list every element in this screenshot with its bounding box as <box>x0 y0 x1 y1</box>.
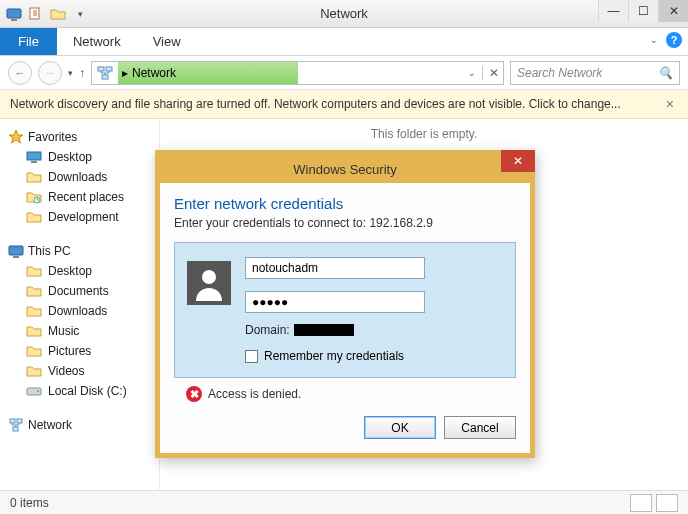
details-view-button[interactable] <box>630 494 652 512</box>
up-button[interactable]: ↑ <box>79 66 85 80</box>
sidebar-item-music[interactable]: Music <box>4 321 155 341</box>
folder-icon <box>26 209 42 225</box>
svg-rect-5 <box>102 75 108 79</box>
svg-point-13 <box>37 390 39 392</box>
ribbon-tabs: File Network View ⌄ ? <box>0 28 688 56</box>
close-window-button[interactable]: ✕ <box>658 0 688 22</box>
domain-redacted <box>294 324 354 336</box>
folder-icon <box>26 283 42 299</box>
help-icon[interactable]: ? <box>666 32 682 48</box>
svg-rect-14 <box>10 419 15 423</box>
address-location: Network <box>132 66 176 80</box>
folder-icon <box>26 169 42 185</box>
svg-rect-7 <box>27 152 41 160</box>
forward-button[interactable]: → <box>38 61 62 85</box>
folder-icon <box>26 363 42 379</box>
sidebar-item-downloads[interactable]: Downloads <box>4 167 155 187</box>
credentials-panel: Domain: Remember my credentials <box>174 242 516 378</box>
ok-button[interactable]: OK <box>364 416 436 439</box>
svg-rect-10 <box>9 246 23 255</box>
sidebar-network[interactable]: Network <box>4 415 155 435</box>
info-bar-close-icon[interactable]: × <box>662 96 678 112</box>
network-icon <box>8 417 24 433</box>
info-bar-text: Network discovery and file sharing are t… <box>10 97 621 111</box>
dialog-title-bar[interactable]: Windows Security ✕ <box>160 155 530 183</box>
checkbox-icon <box>245 350 258 363</box>
dialog-heading: Enter network credentials <box>174 195 516 212</box>
sidebar-thispc[interactable]: This PC <box>4 241 155 261</box>
drive-icon <box>26 383 42 399</box>
svg-rect-4 <box>106 67 112 71</box>
dialog-title: Windows Security <box>293 162 396 177</box>
status-bar: 0 items <box>0 490 688 514</box>
sidebar-item-development[interactable]: Development <box>4 207 155 227</box>
svg-rect-16 <box>13 427 18 431</box>
qat-dropdown-icon[interactable]: ▾ <box>70 4 90 24</box>
explorer-icon <box>4 4 24 24</box>
empty-folder-text: This folder is empty. <box>371 127 477 141</box>
sidebar-item-localdisk[interactable]: Local Disk (C:) <box>4 381 155 401</box>
sidebar-item-pictures[interactable]: Pictures <box>4 341 155 361</box>
search-placeholder: Search Network <box>517 66 652 80</box>
svg-rect-12 <box>27 388 41 395</box>
address-bar[interactable]: ▸ Network ⌄ ✕ <box>91 61 504 85</box>
refresh-button[interactable]: ✕ <box>482 66 499 80</box>
svg-marker-6 <box>9 130 23 143</box>
svg-rect-15 <box>17 419 22 423</box>
tab-view[interactable]: View <box>137 28 197 55</box>
desktop-icon <box>26 149 42 165</box>
sidebar-item-recent[interactable]: Recent places <box>4 187 155 207</box>
cancel-button[interactable]: Cancel <box>444 416 516 439</box>
svg-rect-3 <box>98 67 104 71</box>
ribbon-expand-icon[interactable]: ⌄ <box>650 35 658 45</box>
domain-label-row: Domain: <box>245 323 499 337</box>
maximize-button[interactable]: ☐ <box>628 0 658 22</box>
star-icon <box>8 129 24 145</box>
item-count: 0 items <box>10 496 49 510</box>
error-row: ✖ Access is denied. <box>174 378 516 406</box>
sidebar-item-desktop[interactable]: Desktop <box>4 147 155 167</box>
folder-icon <box>26 303 42 319</box>
svg-rect-11 <box>13 256 19 258</box>
quick-access-toolbar: ▾ <box>0 4 90 24</box>
pc-icon <box>8 243 24 259</box>
title-bar: ▾ Network — ☐ ✕ <box>0 0 688 28</box>
svg-rect-0 <box>7 9 21 18</box>
sidebar-favorites[interactable]: Favorites <box>4 127 155 147</box>
info-bar[interactable]: Network discovery and file sharing are t… <box>0 90 688 119</box>
sidebar-item-pc-desktop[interactable]: Desktop <box>4 261 155 281</box>
navigation-bar: ← → ▾ ↑ ▸ Network ⌄ ✕ Search Network 🔍 <box>0 56 688 90</box>
folder-icon <box>26 343 42 359</box>
back-button[interactable]: ← <box>8 61 32 85</box>
recent-icon <box>26 189 42 205</box>
new-folder-icon[interactable] <box>48 4 68 24</box>
window-title: Network <box>0 6 688 21</box>
folder-icon <box>26 323 42 339</box>
svg-rect-1 <box>11 19 17 21</box>
search-icon: 🔍 <box>658 66 673 80</box>
recent-locations-icon[interactable]: ▾ <box>68 68 73 78</box>
dialog-subtext: Enter your credentials to connect to: 19… <box>174 216 516 230</box>
error-icon: ✖ <box>186 386 202 402</box>
navigation-pane: Favorites Desktop Downloads Recent place… <box>0 119 160 499</box>
svg-rect-8 <box>31 161 37 163</box>
tab-network[interactable]: Network <box>57 28 137 55</box>
address-dropdown-icon[interactable]: ⌄ <box>468 68 476 78</box>
sidebar-item-pc-downloads[interactable]: Downloads <box>4 301 155 321</box>
properties-icon[interactable] <box>26 4 46 24</box>
user-avatar-icon <box>187 261 231 305</box>
sidebar-item-documents[interactable]: Documents <box>4 281 155 301</box>
tab-file[interactable]: File <box>0 28 57 55</box>
remember-checkbox[interactable]: Remember my credentials <box>245 349 499 363</box>
username-input[interactable] <box>245 257 425 279</box>
sidebar-item-videos[interactable]: Videos <box>4 361 155 381</box>
icons-view-button[interactable] <box>656 494 678 512</box>
svg-point-17 <box>202 270 216 284</box>
credentials-dialog: Windows Security ✕ Enter network credent… <box>155 150 535 458</box>
folder-icon <box>26 263 42 279</box>
network-location-icon <box>96 64 114 82</box>
dialog-close-button[interactable]: ✕ <box>501 150 535 172</box>
password-input[interactable] <box>245 291 425 313</box>
search-box[interactable]: Search Network 🔍 <box>510 61 680 85</box>
minimize-button[interactable]: — <box>598 0 628 22</box>
